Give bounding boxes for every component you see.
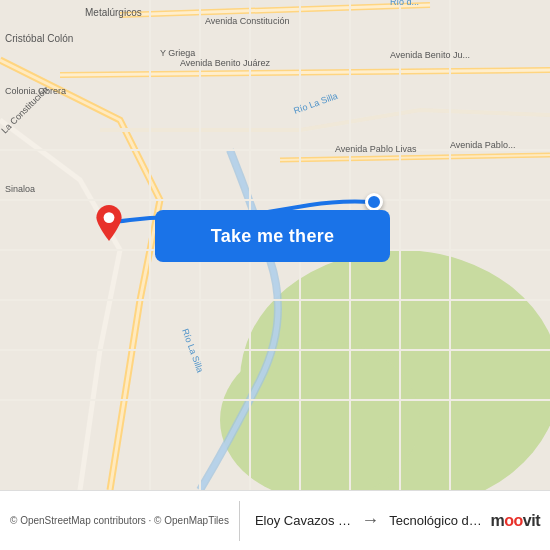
attribution-text: © OpenStreetMap contributors · © OpenMap… <box>10 515 229 526</box>
route-arrow-icon: → <box>356 510 384 531</box>
svg-text:Río d...: Río d... <box>390 0 419 7</box>
moovit-text: moovit <box>491 512 540 530</box>
route-to[interactable]: Tecnológico de Monte... <box>384 513 490 528</box>
take-me-there-button[interactable]: Take me there <box>155 210 390 262</box>
svg-point-31 <box>104 212 115 223</box>
svg-text:Avenida Benito Ju...: Avenida Benito Ju... <box>390 50 470 60</box>
origin-dot <box>365 193 383 211</box>
bottom-navigation-bar: © OpenStreetMap contributors · © OpenMap… <box>0 490 550 550</box>
svg-text:Avenida Constitución: Avenida Constitución <box>205 16 289 26</box>
destination-pin <box>95 205 123 241</box>
svg-text:Avenida Pablo Livas: Avenida Pablo Livas <box>335 144 417 154</box>
svg-text:Avenida Pablo...: Avenida Pablo... <box>450 140 515 150</box>
svg-text:Cristóbal Colón: Cristóbal Colón <box>5 33 73 44</box>
svg-text:Y Griega: Y Griega <box>160 48 195 58</box>
route-from[interactable]: Eloy Cavazos (Plaza Arca... <box>250 513 356 528</box>
svg-text:Metalúrgicos: Metalúrgicos <box>85 7 142 18</box>
svg-text:Sinaloa: Sinaloa <box>5 184 35 194</box>
to-value: Tecnológico de Monte... <box>389 513 485 528</box>
divider <box>239 501 240 541</box>
from-value: Eloy Cavazos (Plaza Arca... <box>255 513 351 528</box>
moovit-logo: moovit <box>491 512 540 530</box>
svg-text:Avenida Benito Juárez: Avenida Benito Juárez <box>180 58 270 68</box>
map-view: Metalúrgicos Cristóbal Colón Y Griega Av… <box>0 0 550 490</box>
